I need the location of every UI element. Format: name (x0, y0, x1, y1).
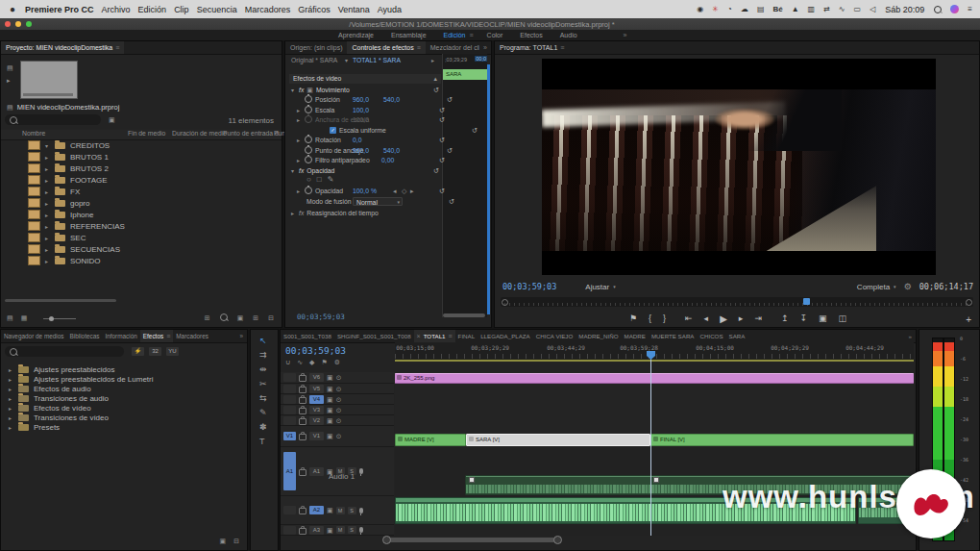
ripple-edit-tool[interactable]: ⇹ (259, 364, 267, 374)
track-select-tool[interactable]: ⇉ (259, 350, 267, 360)
timeline-settings-button[interactable]: ⚙ (334, 359, 340, 365)
seq-tab-chica-viejo[interactable]: CHICA VIEJO (533, 330, 576, 342)
blend-mode-row[interactable]: Modo de fusión Normal ▾ ↺ (291, 196, 454, 206)
window-manager-icon[interactable]: ▤ (757, 5, 765, 13)
col-duracion[interactable]: Duración de medio (172, 130, 227, 137)
audio-track-name[interactable]: Audio 1 (329, 472, 355, 481)
twirl-icon[interactable]: ▸ (9, 395, 13, 402)
mark-out-button[interactable]: } (663, 313, 666, 323)
lock-icon[interactable] (299, 528, 306, 535)
step-back-button[interactable]: ◂ (704, 313, 709, 323)
seq-tab-0[interactable]: S001_S001_T038 (281, 330, 334, 342)
flicker-row[interactable]: ▸ Filtro antiparpadeo 0,00 ↺ (291, 155, 445, 164)
mini-clip-bar[interactable]: SARA (443, 69, 487, 80)
bin-row-brutos1[interactable]: ▸BRUTOS 1 (1, 151, 282, 163)
lock-icon[interactable] (299, 408, 306, 414)
work-area-bar[interactable] (395, 360, 914, 362)
solo-button[interactable]: S (348, 526, 356, 534)
behance-icon[interactable]: Bé (772, 5, 782, 13)
track-button-a3[interactable]: A3 (309, 526, 324, 535)
new-bin-icon[interactable]: ▣ (237, 314, 244, 321)
twirl-icon[interactable]: ▸ (291, 210, 296, 216)
seq-tab-1[interactable]: SHGINF_S001_S001_T008 (334, 330, 414, 342)
panel-menu-icon[interactable]: ≡ (166, 333, 170, 339)
track-button-v4[interactable]: V4 (309, 395, 324, 404)
toggle-visibility-icon[interactable]: ⊙ (336, 407, 342, 413)
settings-wrench-icon[interactable]: ⚙ (904, 283, 912, 291)
twirl-icon[interactable]: ▾ (291, 87, 296, 93)
reset-icon[interactable]: ↺ (449, 197, 454, 206)
source-patch[interactable] (283, 416, 296, 425)
comparison-view-button[interactable]: ◫ (839, 313, 847, 323)
sync-lock-icon[interactable]: ▣ (327, 527, 333, 534)
filter-bin-icon[interactable]: ▣ (109, 115, 115, 124)
clip-v6-2k255[interactable]: 2K_255.png (395, 373, 914, 384)
tab-effects[interactable]: Efectos≡ (140, 330, 173, 343)
wifi-icon[interactable]: ∿ (839, 5, 845, 13)
step-forward-button[interactable]: ▸ (739, 313, 744, 323)
track-button-a2[interactable]: A2 (309, 506, 324, 514)
category-presets-row[interactable]: ▸Ajustes preestablecidos (1, 364, 247, 374)
panel-menu-icon[interactable]: ≡ (115, 44, 119, 51)
automate-to-sequence-icon[interactable]: ⊞ (205, 314, 210, 321)
mute-button[interactable]: M (336, 507, 345, 514)
sync-lock-icon[interactable]: ▣ (327, 386, 333, 392)
col-fin[interactable]: Fin de medio (128, 130, 165, 137)
project-search-input[interactable] (5, 114, 101, 125)
track-button-v6[interactable]: V6 (309, 373, 324, 382)
master-clip-label[interactable]: Original * SARA (291, 57, 337, 63)
twirl-icon[interactable]: ▸ (45, 200, 50, 207)
airplay-icon[interactable]: ▭ (854, 5, 862, 13)
twirl-icon[interactable]: ▸ (297, 157, 302, 163)
workspace-menu-icon[interactable]: ≡ (470, 32, 474, 38)
siri-icon[interactable] (950, 5, 959, 13)
twirl-icon[interactable]: ▸ (45, 188, 50, 195)
extract-button[interactable]: ↧ (799, 313, 807, 323)
source-patch[interactable] (283, 395, 296, 404)
effects-search-input[interactable] (5, 346, 124, 357)
workspace-ensamblaje[interactable]: Ensamblaje (391, 32, 427, 38)
track-button-v5[interactable]: V5 (309, 385, 324, 393)
label-color-chip[interactable] (28, 198, 40, 208)
sync-status-icon[interactable]: ⇄ (823, 5, 830, 13)
menu-ventana[interactable]: Ventana (338, 5, 370, 14)
scrubber-end-handle[interactable] (966, 299, 972, 306)
hand-tool[interactable]: ✽ (259, 422, 267, 432)
label-color-chip[interactable] (28, 210, 40, 219)
menu-archivo[interactable]: Archivo (102, 5, 131, 14)
category-user-presets-row[interactable]: ▸Presets (1, 422, 247, 432)
project-hscrollbar[interactable] (5, 299, 116, 302)
uniform-scale-checkbox[interactable]: ✓ (330, 127, 336, 134)
solo-button[interactable]: S (348, 507, 356, 514)
lock-icon[interactable] (299, 508, 306, 514)
stopwatch-icon[interactable] (305, 146, 312, 154)
linked-selection-button[interactable]: ∿ (297, 359, 303, 365)
program-scrubber[interactable] (501, 297, 973, 307)
menu-graficos[interactable]: Gráficos (298, 5, 331, 14)
toggle-visibility-icon[interactable]: ⊙ (336, 433, 342, 439)
tab-overflow-icon[interactable]: » (905, 333, 916, 339)
clip-sara-selected[interactable]: SARA [V] (466, 434, 650, 446)
prev-keyframe-icon[interactable]: ◂ (393, 188, 397, 194)
type-tool[interactable]: T (259, 437, 265, 446)
lift-button[interactable]: ↥ (781, 313, 789, 323)
panel-menu-icon[interactable]: ≡ (560, 44, 564, 51)
lock-icon[interactable] (299, 434, 306, 440)
seq-tab-sara[interactable]: SARA (726, 330, 748, 342)
sync-lock-icon[interactable]: ▣ (327, 407, 333, 413)
opacity-param-row[interactable]: ▸ Opacidad 100,0 % ◂ ◇ ▸ ↺ (291, 186, 445, 195)
twirl-icon[interactable]: ▸ (9, 386, 13, 392)
twirl-icon[interactable]: ▸ (45, 165, 50, 172)
voiceover-record-icon[interactable] (359, 508, 363, 513)
razor-tool[interactable]: ✂ (259, 379, 267, 388)
record-status-icon[interactable]: ◉ (697, 5, 703, 13)
seq-tab-final[interactable]: FINAL (455, 330, 478, 342)
video-effects-header[interactable]: Efectos de video ▴ (289, 74, 441, 84)
opacity-value[interactable]: 100,0 % (353, 188, 377, 194)
find-icon[interactable] (220, 313, 228, 321)
program-playhead[interactable] (803, 298, 810, 305)
timeline-timecode[interactable]: 00;03;59;03 (285, 345, 346, 356)
tab-overflow-icon[interactable]: » (479, 44, 491, 51)
reset-icon[interactable]: ↺ (439, 136, 445, 144)
selection-tool[interactable]: ↖ (259, 336, 267, 345)
